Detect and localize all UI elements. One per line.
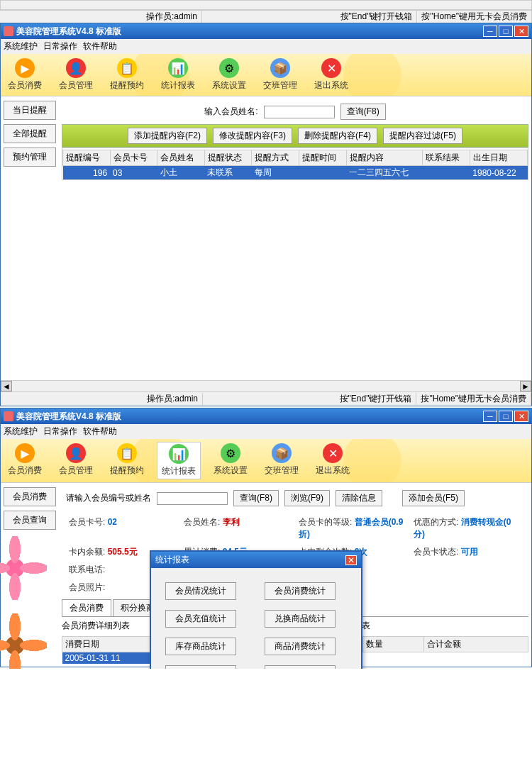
minimize-button[interactable]: ─	[483, 26, 497, 37]
tool-exit[interactable]: ✕退出系统	[310, 57, 353, 93]
add-remind-button[interactable]: 添加提醒内容(F2)	[128, 128, 207, 144]
close-button[interactable]: ✕	[514, 26, 528, 37]
toolbar: ▶会员消费 👤会员管理 📋提醒预约 📊统计报表 ⚙系统设置 📦交班管理 ✕退出系…	[1, 54, 531, 96]
member-spend-stat-button[interactable]: 会员消费统计	[265, 582, 336, 600]
photo-label: 会员照片:	[69, 582, 105, 592]
scroll-right-icon[interactable]: ►	[520, 381, 531, 391]
user-icon: 👤	[66, 58, 86, 78]
window-title: 美容院管理系统V4.8 标准版	[16, 26, 483, 38]
member-name-input[interactable]	[264, 106, 335, 118]
scrollbar-top[interactable]	[0, 0, 532, 10]
window-reminder: 美容院管理系统V4.8 标准版 ─ □ ✕ 系统维护 日常操作 软件帮助 ▶会员…	[0, 23, 532, 406]
x-icon: ✕	[323, 443, 343, 463]
delete-remind-button[interactable]: 删除提醒内容(F4)	[298, 128, 377, 144]
menu-system[interactable]: 系统维护	[4, 426, 38, 438]
close-button[interactable]: ✕	[514, 411, 528, 422]
add-member-button[interactable]: 添加会员(F5)	[402, 490, 465, 506]
tool-settings[interactable]: ⚙系统设置	[208, 57, 250, 93]
member-search-input[interactable]	[157, 492, 228, 505]
sidebar: 当日提醒 全部提醒 预约管理	[1, 96, 59, 380]
sidebar: 会员消费 会员查询	[1, 483, 59, 667]
query-button[interactable]: 查询(F8)	[233, 490, 279, 506]
box-icon: 📦	[272, 443, 292, 463]
tool-member-manage[interactable]: 👤会员管理	[55, 442, 97, 479]
tool-settings[interactable]: ⚙系统设置	[209, 442, 252, 479]
exchange-stat-button[interactable]: 兑换商品统计	[265, 610, 336, 628]
card-no: 02	[108, 517, 117, 527]
member-recharge-stat-button[interactable]: 会员充值统计	[165, 610, 236, 628]
side-booking[interactable]: 预约管理	[4, 148, 56, 167]
tool-remind[interactable]: 📋提醒预约	[106, 442, 148, 479]
member-info-stat-button[interactable]: 会员情况统计	[165, 582, 236, 600]
box-icon: 📦	[270, 58, 290, 78]
search-row: 请输入会员编号或姓名 查询(F8) 浏览(F9) 清除信息 添加会员(F5)	[62, 486, 528, 511]
card-status: 可用	[461, 547, 478, 557]
menubar: 系统维护 日常操作 软件帮助	[1, 39, 531, 54]
status-bar-upper: 操作员:admin 按"End"键打开钱箱 按"Home"键用无卡会员消费	[0, 10, 532, 23]
clear-button[interactable]: 清除信息	[336, 490, 382, 506]
browse-button[interactable]: 浏览(F9)	[284, 490, 330, 506]
inventory-stat-button[interactable]: 库存商品统计	[165, 638, 236, 655]
hint-home: 按"Home"键用无卡会员消费	[417, 11, 532, 23]
hint-home: 按"Home"键用无卡会员消费	[416, 393, 531, 405]
chart-icon: 📊	[169, 444, 189, 464]
tool-member-spend[interactable]: ▶会员消费	[4, 57, 46, 93]
search-row: 输入会员姓名: 查询(F8)	[62, 99, 528, 124]
edit-remind-button[interactable]: 修改提醒内容(F3)	[213, 128, 292, 144]
search-label: 请输入会员编号或姓名	[66, 492, 151, 504]
report-dialog: 统计报表 ✕ 会员情况统计 会员充值统计 库存商品统计 综合统计 会员消费统计 …	[150, 550, 362, 669]
balance: 505.5元	[108, 547, 138, 557]
menu-daily[interactable]: 日常操作	[43, 40, 77, 52]
tool-report[interactable]: 📊统计报表	[157, 442, 201, 479]
maximize-button[interactable]: □	[499, 411, 513, 422]
tool-shift[interactable]: 📦交班管理	[259, 57, 301, 93]
chart-icon: 📊	[168, 58, 188, 78]
side-today[interactable]: 当日提醒	[4, 101, 56, 120]
play-icon: ▶	[15, 443, 35, 463]
side-query[interactable]: 会员查询	[4, 511, 56, 530]
maximize-button[interactable]: □	[499, 26, 513, 37]
filter-remind-button[interactable]: 提醒内容过滤(F5)	[383, 128, 462, 144]
menu-system[interactable]: 系统维护	[4, 40, 38, 52]
menu-help[interactable]: 软件帮助	[83, 426, 117, 438]
table-row[interactable]: 196 03 小土 未联系 每周 一二三四五六七 1980-08-22	[63, 166, 528, 180]
titlebar[interactable]: 美容院管理系统V4.8 标准版 ─ □ ✕	[1, 408, 531, 424]
gear-icon: ⚙	[221, 443, 240, 463]
tab-spend[interactable]: 会员消费	[62, 599, 111, 616]
tool-remind[interactable]: 📋提醒预约	[106, 57, 148, 93]
dialog-title: 统计报表	[155, 554, 189, 566]
app-icon	[4, 411, 13, 421]
menubar: 系统维护 日常操作 软件帮助	[1, 424, 531, 439]
combined-stat-button[interactable]: 综合统计	[165, 665, 236, 669]
titlebar[interactable]: 美容院管理系统V4.8 标准版 ─ □ ✕	[1, 23, 531, 39]
dialog-close-button[interactable]: ✕	[345, 555, 357, 565]
hint-end: 按"End"键打开钱箱	[336, 393, 417, 405]
member-name: 李利	[223, 517, 240, 527]
search-button[interactable]: 查询(F8)	[340, 104, 386, 120]
side-spend[interactable]: 会员消费	[4, 487, 56, 506]
note-icon: 📋	[117, 58, 137, 78]
user-icon: 👤	[66, 443, 86, 463]
hint-end: 按"End"键打开钱箱	[336, 11, 418, 23]
staff-commission-stat-button[interactable]: 员工提成统计	[265, 665, 336, 669]
product-spend-stat-button[interactable]: 商品消费统计	[265, 638, 336, 655]
dialog-titlebar[interactable]: 统计报表 ✕	[151, 552, 361, 568]
operator-label: 操作员:admin	[143, 393, 203, 405]
note-icon: 📋	[117, 443, 137, 463]
operator-label: 操作员:admin	[142, 11, 202, 23]
scroll-left-icon[interactable]: ◄	[1, 381, 12, 391]
menu-help[interactable]: 软件帮助	[83, 40, 117, 52]
search-label: 输入会员姓名:	[204, 106, 257, 118]
side-all[interactable]: 全部提醒	[4, 124, 56, 143]
reminder-table[interactable]: 提醒编号 会员卡号 会员姓名 提醒状态 提醒方式 提醒时间 提醒内容 联系结果 …	[62, 150, 528, 179]
minimize-button[interactable]: ─	[483, 411, 497, 422]
scrollbar-h[interactable]: ◄ ►	[1, 380, 531, 391]
menu-daily[interactable]: 日常操作	[43, 426, 77, 438]
tool-shift[interactable]: 📦交班管理	[260, 442, 303, 479]
tool-member-manage[interactable]: 👤会员管理	[55, 57, 97, 93]
window-member: 美容院管理系统V4.8 标准版 ─ □ ✕ 系统维护 日常操作 软件帮助 ▶会员…	[0, 408, 532, 667]
tool-member-spend[interactable]: ▶会员消费	[4, 442, 46, 479]
tool-report[interactable]: 📊统计报表	[157, 57, 199, 93]
tool-exit[interactable]: ✕退出系统	[311, 442, 354, 479]
phone-label: 联系电话:	[69, 565, 105, 574]
